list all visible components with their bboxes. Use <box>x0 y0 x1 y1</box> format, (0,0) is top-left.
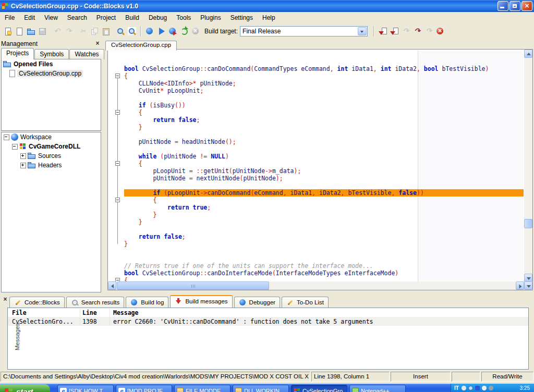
scroll-down-icon[interactable] <box>524 274 532 282</box>
code-line[interactable]: } <box>124 240 524 248</box>
menu-item-edit[interactable]: Edit <box>19 13 40 23</box>
code-editor[interactable]: bool CvSelectionGroup::canDoCommand(Comm… <box>124 51 524 281</box>
code-line[interactable] <box>124 131 524 138</box>
rebuild-button[interactable] <box>178 26 190 37</box>
scroll-left-icon[interactable] <box>108 281 116 290</box>
find-button[interactable] <box>115 26 126 37</box>
tray-icon[interactable] <box>475 386 480 390</box>
tab-code-blocks[interactable]: Code::Blocks <box>9 297 65 308</box>
tray-icon[interactable] <box>489 386 493 390</box>
code-line[interactable]: { <box>124 277 524 281</box>
menu-item-plugins[interactable]: Plugins <box>196 13 225 23</box>
editor-tab[interactable]: CvSelectionGroup.cpp <box>105 41 177 51</box>
chevron-down-icon[interactable] <box>358 27 367 35</box>
new-project-button[interactable] <box>2 26 14 37</box>
code-line[interactable]: } <box>124 124 524 131</box>
tab-symbols[interactable]: Symbols <box>34 49 69 59</box>
code-line[interactable]: pLoopUnit = ::getUnit(pUnitNode->m_data)… <box>124 167 524 175</box>
menu-item-tools[interactable]: Tools <box>172 13 196 23</box>
taskbar-button-dll-workin-[interactable]: DLL WORKIN... <box>233 385 289 392</box>
taskbar-button--mod-proje-[interactable]: e[MOD PROJE... <box>116 385 172 392</box>
highlighted-code-line[interactable]: if (pLoopUnit->canDoCommand(eCommand, iD… <box>124 189 524 197</box>
taskbar-button-cvselectiongro-[interactable]: CvSelectionGro... <box>291 385 347 392</box>
code-line[interactable] <box>124 255 524 262</box>
tab-projects[interactable]: Projects <box>1 48 34 59</box>
abort-build-button[interactable] <box>190 26 201 37</box>
horizontal-scrollbar[interactable] <box>108 281 524 290</box>
table-row[interactable]: CvSelectionGro...1398error C2660: 'CvUni… <box>8 317 528 326</box>
minimize-button[interactable] <box>497 1 508 11</box>
start-button[interactable]: start <box>0 384 50 392</box>
copy-button[interactable] <box>89 26 100 37</box>
expand-icon[interactable] <box>20 153 26 159</box>
close-button[interactable]: × <box>521 1 532 11</box>
code-line[interactable] <box>124 226 524 233</box>
code-line[interactable]: CLLNode<IDInfo>* pUnitNode; <box>124 80 524 87</box>
code-line[interactable]: while (pUnitNode != NULL) <box>124 153 524 160</box>
code-line[interactable]: { <box>124 109 524 116</box>
find-in-files-button[interactable] <box>126 26 138 37</box>
debug-run-to-cursor-button[interactable] <box>377 26 389 37</box>
tray-icon[interactable] <box>462 386 466 390</box>
code-line[interactable] <box>124 145 524 153</box>
code-line[interactable]: pUnitNode = nextUnitNode(pUnitNode); <box>124 175 524 182</box>
tray-icon[interactable] <box>482 386 487 390</box>
menu-item-search[interactable]: Search <box>63 13 92 23</box>
tree-item-opened-files[interactable]: Opened Files <box>2 59 101 69</box>
fold-collapse-icon[interactable] <box>115 74 120 78</box>
tab-watches[interactable]: Watches <box>69 49 104 59</box>
code-line[interactable] <box>124 58 524 65</box>
code-line[interactable] <box>124 94 524 102</box>
redo-button[interactable] <box>63 26 74 37</box>
tree-item-file[interactable]: CvSelectionGroup.cpp <box>9 69 101 78</box>
tree-item-headers[interactable]: Headers <box>20 161 101 170</box>
debug-next-instruction-button[interactable] <box>411 26 423 37</box>
open-button[interactable] <box>25 26 37 37</box>
scroll-corner-icon[interactable] <box>524 281 532 290</box>
tree-item-project[interactable]: CvGameCoreDLL <box>12 142 101 151</box>
collapse-icon[interactable] <box>4 134 9 140</box>
fold-margin[interactable] <box>113 51 124 281</box>
tab-build-messages[interactable]: Build messages <box>170 295 232 308</box>
debug-stop-button[interactable] <box>434 26 446 37</box>
code-line[interactable]: bool CvSelectionGroup::canDoInterfaceMod… <box>124 270 524 277</box>
restore-button[interactable] <box>509 1 520 11</box>
save-button[interactable] <box>37 26 48 37</box>
code-line[interactable]: return true; <box>124 204 524 211</box>
code-line[interactable]: { <box>124 197 524 204</box>
vertical-scrollbar[interactable] <box>524 50 532 282</box>
taskbar-button--sdk-how-t-[interactable]: e[SDK HOW T... <box>57 385 114 392</box>
code-line[interactable] <box>124 248 524 255</box>
menu-item-build[interactable]: Build <box>120 13 144 23</box>
code-line[interactable]: } <box>124 218 524 226</box>
code-line[interactable]: CvUnit* pLoopUnit; <box>124 87 524 94</box>
collapse-icon[interactable] <box>12 144 18 150</box>
code-line[interactable]: { <box>124 72 524 80</box>
column-header-message[interactable]: Message <box>110 309 528 316</box>
title-bar[interactable]: CvSelectionGroup.cpp - Code::Blocks v1.0… <box>0 0 534 12</box>
fold-collapse-icon[interactable] <box>115 161 120 166</box>
tray-icon[interactable] <box>468 386 473 390</box>
cut-button[interactable] <box>77 26 89 37</box>
debug-step-into-button[interactable] <box>423 26 434 37</box>
horizontal-scroll-thumb[interactable] <box>117 281 269 290</box>
messages-close-icon[interactable]: × <box>2 296 9 303</box>
debug-next-line-button[interactable] <box>389 26 400 37</box>
code-line[interactable]: return false; <box>124 116 524 124</box>
code-line[interactable]: bool CvSelectionGroup::canDoCommand(Comm… <box>124 65 524 72</box>
tab-search-results[interactable]: Search results <box>66 297 125 308</box>
menu-item-project[interactable]: Project <box>92 13 120 23</box>
menu-item-debug[interactable]: Debug <box>144 13 172 23</box>
language-indicator[interactable]: IT <box>454 385 459 391</box>
menu-item-help[interactable]: Help <box>258 13 280 23</box>
undo-button[interactable] <box>51 26 63 37</box>
code-line[interactable]: if (isBusy()) <box>124 102 524 109</box>
tab-build-log[interactable]: Build log <box>126 297 168 308</box>
column-header-line[interactable]: Line <box>80 309 110 316</box>
run-button[interactable] <box>155 26 167 37</box>
vertical-scroll-thumb[interactable] <box>524 219 532 228</box>
build-and-run-button[interactable] <box>167 26 178 37</box>
compile-button[interactable] <box>144 26 155 37</box>
scroll-up-icon[interactable] <box>524 50 532 58</box>
fold-collapse-icon[interactable] <box>115 278 120 281</box>
